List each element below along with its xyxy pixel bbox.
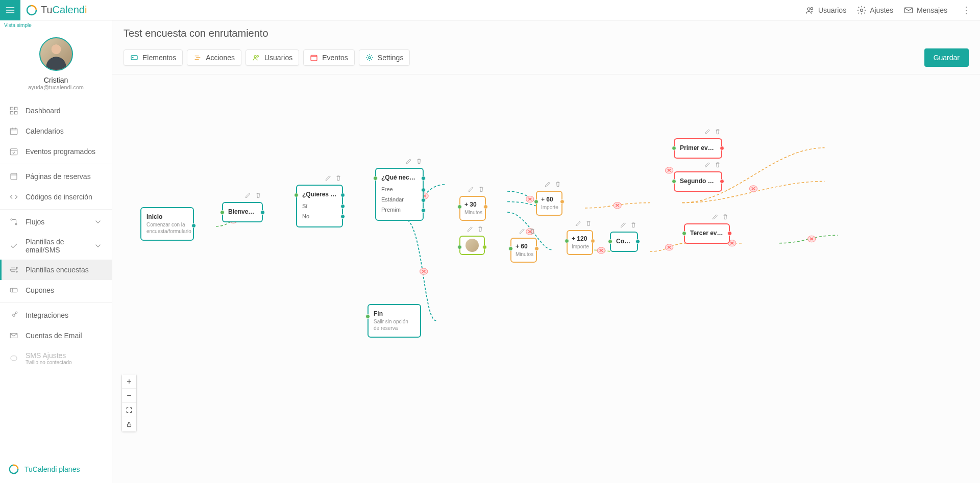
logo-icon xyxy=(26,4,38,16)
node-min30[interactable]: + 30 Minutos xyxy=(459,196,486,221)
svg-point-15 xyxy=(16,267,17,268)
zoom-controls: + − xyxy=(121,374,137,432)
trash-icon[interactable] xyxy=(529,227,536,235)
svg-rect-8 xyxy=(10,112,13,114)
fit-button[interactable] xyxy=(122,403,136,417)
nav-sms[interactable]: SMS AjustesTwilio no contectado xyxy=(0,346,112,371)
node-quieres[interactable]: ¿Quieres rese… Sí No xyxy=(296,185,343,227)
node-inicio[interactable]: Inicio Comenzar con la encuesta/formular… xyxy=(140,207,194,241)
nav-flows[interactable]: Flujos xyxy=(0,212,112,232)
nav-surveys[interactable]: Plantillas encuestas xyxy=(0,260,112,280)
trash-icon[interactable] xyxy=(585,220,592,227)
toolbar-settings[interactable]: Settings xyxy=(359,49,410,66)
svg-point-2 xyxy=(807,8,810,10)
save-button[interactable]: Guardar xyxy=(924,48,969,67)
toolbar-actions[interactable]: Acciones xyxy=(187,49,241,66)
kebab-menu[interactable]: ⋮ xyxy=(958,5,975,16)
avatar[interactable] xyxy=(39,37,73,71)
gear-icon xyxy=(365,54,374,62)
lock-button[interactable] xyxy=(122,417,136,431)
logo[interactable]: TuCalendi xyxy=(26,4,87,16)
zoom-in-button[interactable]: + xyxy=(122,374,136,389)
nav-email-accounts[interactable]: Cuentas de Email xyxy=(0,325,112,346)
toolbar: Elementos Acciones Usuarios Eventos Sett… xyxy=(112,44,980,74)
topbar-messages[interactable]: Mensajes xyxy=(903,5,947,15)
topbar-users[interactable]: Usuarios xyxy=(805,5,846,15)
page-icon xyxy=(9,172,18,181)
nav-booking-pages[interactable]: Páginas de reservas xyxy=(0,166,112,187)
integrations-icon xyxy=(9,311,18,320)
edit-icon[interactable] xyxy=(519,227,526,235)
edit-icon[interactable] xyxy=(712,213,719,220)
ticket-icon xyxy=(9,286,18,295)
node-que[interactable]: ¿Qué necesit… Free Estándar Premim xyxy=(375,168,424,221)
trash-icon[interactable] xyxy=(630,221,637,228)
node-bienvenido[interactable]: Bienvenido xyxy=(222,202,263,222)
trash-icon[interactable] xyxy=(335,174,342,182)
trash-icon[interactable] xyxy=(477,225,484,233)
topbar: TuCalendi Usuarios Ajustes Mensajes ⋮ xyxy=(0,0,980,20)
edit-icon[interactable] xyxy=(405,158,412,165)
profile: Cristian ayuda@tucalendi.com xyxy=(0,30,112,95)
svg-rect-6 xyxy=(10,107,13,110)
edit-icon[interactable] xyxy=(704,128,711,135)
svg-point-13 xyxy=(11,219,12,220)
edit-icon[interactable] xyxy=(704,161,711,168)
sidebar-footer-plans[interactable]: TuCalendi planes xyxy=(0,455,112,483)
profile-email: ayuda@tucalendi.com xyxy=(0,84,112,90)
survey-icon xyxy=(9,265,18,274)
trash-icon[interactable] xyxy=(722,213,729,220)
svg-point-28 xyxy=(257,56,258,57)
svg-rect-9 xyxy=(15,112,17,114)
nav-templates[interactable]: Plantillas de email/SMS xyxy=(0,232,112,260)
trash-icon[interactable] xyxy=(554,181,561,188)
edit-icon[interactable] xyxy=(325,174,332,182)
gear-icon xyxy=(856,5,867,15)
node-segundo[interactable]: Segundo eve… xyxy=(674,171,722,192)
toolbar-users[interactable]: Usuarios xyxy=(246,49,299,66)
edit-icon[interactable] xyxy=(244,192,252,199)
nav-coupons[interactable]: Cupones xyxy=(0,280,112,300)
toolbar-elements[interactable]: Elementos xyxy=(124,49,183,66)
profile-name: Cristian xyxy=(0,76,112,84)
nav-calendars[interactable]: Calendarios xyxy=(0,121,112,141)
vista-simple-link[interactable]: Vista simple xyxy=(0,20,112,30)
topbar-settings[interactable]: Ajustes xyxy=(856,5,893,15)
svg-point-26 xyxy=(133,57,133,58)
code-icon xyxy=(9,192,18,201)
mail-icon xyxy=(903,5,914,15)
node-min60[interactable]: + 60 Minutos xyxy=(510,238,537,263)
node-user[interactable] xyxy=(459,236,485,255)
menu-button[interactable] xyxy=(0,0,20,20)
nav-embed[interactable]: Códigos de inserción xyxy=(0,187,112,207)
nav-scheduled[interactable]: Eventos programados xyxy=(0,141,112,162)
edit-icon[interactable] xyxy=(544,181,551,188)
trash-icon[interactable] xyxy=(415,158,423,165)
nav-dashboard[interactable]: Dashboard xyxy=(0,100,112,121)
node-primer[interactable]: Primer evento xyxy=(674,138,722,159)
node-min120[interactable]: + 120 Importe xyxy=(567,230,593,255)
zoom-out-button[interactable]: − xyxy=(122,389,136,403)
edit-icon[interactable] xyxy=(575,220,582,227)
trash-icon[interactable] xyxy=(255,192,262,199)
node-tercer[interactable]: Tercer evento xyxy=(684,223,730,244)
trash-icon[interactable] xyxy=(714,161,721,168)
node-coupon[interactable]: Coupon xyxy=(610,232,638,252)
node-min60-import[interactable]: + 60 Importe xyxy=(536,191,562,216)
svg-point-30 xyxy=(369,57,371,59)
svg-rect-29 xyxy=(311,55,317,61)
trash-icon[interactable] xyxy=(714,128,721,135)
edit-icon[interactable] xyxy=(620,221,627,228)
edit-icon[interactable] xyxy=(468,186,475,193)
svg-rect-22 xyxy=(11,355,17,360)
svg-point-17 xyxy=(16,271,17,272)
chevron-down-icon xyxy=(93,241,103,250)
svg-point-3 xyxy=(811,7,813,9)
users-icon xyxy=(805,5,815,15)
trash-icon[interactable] xyxy=(478,186,485,193)
node-fin[interactable]: Fin Salir sin opción de reserva xyxy=(368,304,421,338)
toolbar-events[interactable]: Eventos xyxy=(303,49,355,66)
edit-icon[interactable] xyxy=(467,225,474,233)
nav-integrations[interactable]: Integraciones xyxy=(0,305,112,325)
canvas[interactable]: Inicio Comenzar con la encuesta/formular… xyxy=(112,74,980,483)
